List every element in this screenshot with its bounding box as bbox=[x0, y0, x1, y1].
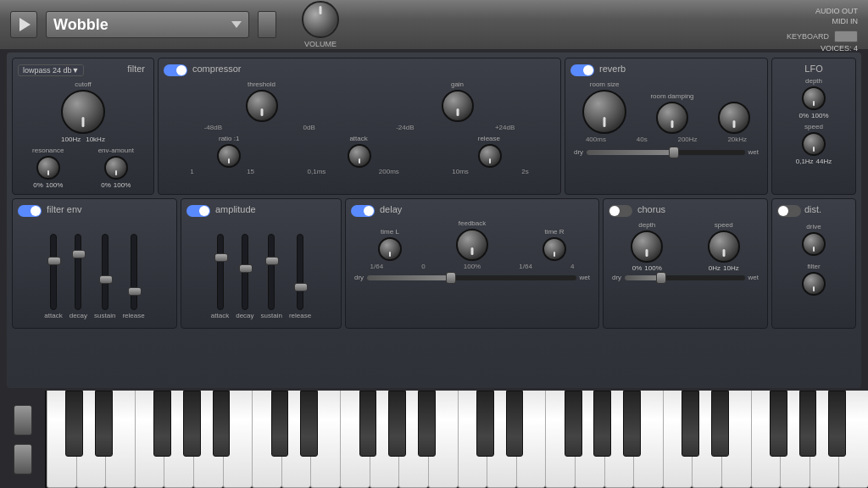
room-damping-knob[interactable] bbox=[656, 102, 688, 134]
chorus-depth-knob[interactable] bbox=[631, 230, 663, 263]
piano-control-btn-1[interactable] bbox=[14, 405, 32, 435]
filter-env-release-thumb[interactable] bbox=[128, 287, 142, 296]
cutoff-knob[interactable] bbox=[61, 90, 105, 134]
black-key-0[interactable] bbox=[65, 391, 83, 457]
chorus-toggle[interactable] bbox=[609, 205, 632, 217]
black-key-17[interactable] bbox=[770, 391, 787, 457]
black-key-5[interactable] bbox=[271, 391, 289, 457]
dist-drive-knob[interactable] bbox=[802, 232, 826, 256]
delay-slider-thumb[interactable] bbox=[446, 272, 456, 284]
black-key-13[interactable] bbox=[593, 391, 611, 457]
amp-attack-thumb[interactable] bbox=[214, 253, 228, 262]
volume-knob[interactable] bbox=[302, 1, 339, 38]
black-key-10[interactable] bbox=[476, 391, 494, 457]
compressor-title: compressor bbox=[192, 64, 241, 74]
ratio-knob[interactable] bbox=[217, 144, 241, 168]
filter-env-decay-thumb[interactable] bbox=[72, 250, 86, 258]
piano-control-btn-2[interactable] bbox=[14, 444, 32, 474]
compressor-toggle[interactable] bbox=[164, 64, 187, 76]
black-key-19[interactable] bbox=[828, 391, 846, 457]
resonance-knob[interactable] bbox=[36, 156, 60, 180]
comp-knobs-row: threshold gain bbox=[164, 80, 555, 122]
filter-env-decay-track[interactable] bbox=[75, 234, 81, 310]
lfo-depth-high: 100% bbox=[811, 112, 828, 119]
delay-feedback-knob[interactable] bbox=[456, 229, 488, 261]
amp-sustain-track[interactable] bbox=[268, 234, 275, 310]
chorus-speed-high: 10Hz bbox=[723, 264, 739, 272]
black-key-7[interactable] bbox=[359, 391, 377, 457]
reverb-knob3[interactable] bbox=[718, 102, 750, 134]
keyboard-toggle[interactable] bbox=[834, 30, 858, 42]
amp-release-thumb[interactable] bbox=[294, 283, 308, 291]
chorus-slider-thumb[interactable] bbox=[656, 272, 666, 284]
amplitude-toggle[interactable] bbox=[186, 205, 210, 217]
delay-timer-knob[interactable] bbox=[542, 237, 566, 261]
chorus-speed-knob[interactable] bbox=[708, 230, 740, 263]
lfo-depth-knob[interactable] bbox=[802, 86, 826, 110]
delay-panel: delay time L feedback time R 1/64 0 bbox=[345, 198, 599, 329]
black-key-8[interactable] bbox=[388, 391, 406, 457]
black-key-1[interactable] bbox=[95, 391, 113, 457]
dist-toggle[interactable] bbox=[777, 205, 801, 217]
cutoff-low-group: cutoff bbox=[61, 80, 105, 134]
lfo-speed-group: speed 0,1Hz 44Hz bbox=[796, 123, 832, 165]
delay-timer-high: 4 bbox=[570, 263, 574, 270]
filter-env-toggle[interactable] bbox=[18, 205, 42, 217]
black-key-11[interactable] bbox=[506, 391, 524, 457]
filter-env-panel: filter env attack decay bbox=[12, 198, 177, 329]
chorus-depth-group: depth 0% 100% bbox=[631, 221, 663, 272]
amp-release-track[interactable] bbox=[297, 234, 303, 310]
black-key-2[interactable] bbox=[153, 391, 171, 457]
filter-env-attack-track[interactable] bbox=[50, 234, 57, 310]
black-key-15[interactable] bbox=[682, 391, 699, 457]
black-key-3[interactable] bbox=[183, 391, 201, 457]
filter-env-release-track[interactable] bbox=[131, 234, 137, 310]
midi-in-label: MIDI IN bbox=[832, 17, 859, 25]
gain-knob[interactable] bbox=[442, 90, 474, 122]
gain-high: +24dB bbox=[495, 124, 515, 131]
reverb-val4: 20kHz bbox=[727, 136, 747, 143]
filter-title: filter bbox=[87, 64, 145, 74]
delay-toggle[interactable] bbox=[351, 205, 375, 217]
black-key-9[interactable] bbox=[418, 391, 436, 457]
attack-label: attack bbox=[349, 135, 367, 142]
env-amount-knob[interactable] bbox=[104, 156, 128, 180]
black-key-14[interactable] bbox=[623, 391, 641, 457]
play-button[interactable] bbox=[10, 11, 37, 38]
delay-timel-knob[interactable] bbox=[378, 237, 402, 261]
volume-area: VOLUME bbox=[302, 1, 339, 48]
delay-slider-track[interactable] bbox=[367, 275, 576, 280]
lfo-knobs: depth 0% 100% speed 0,1Hz 44Hz bbox=[777, 77, 850, 165]
black-key-16[interactable] bbox=[711, 391, 729, 457]
dist-drive-label: drive bbox=[806, 223, 821, 230]
black-key-6[interactable] bbox=[300, 391, 318, 457]
filter-env-attack-thumb[interactable] bbox=[47, 257, 61, 265]
filter-env-sustain-track[interactable] bbox=[102, 234, 108, 310]
reverb-slider-track[interactable] bbox=[587, 150, 744, 155]
piano-keys-wrapper bbox=[47, 391, 868, 488]
amp-decay-track[interactable] bbox=[242, 234, 248, 310]
chorus-slider-track[interactable] bbox=[625, 275, 744, 280]
piano-left-controls bbox=[0, 391, 47, 488]
reverb-slider-thumb[interactable] bbox=[669, 147, 679, 158]
amp-decay-thumb[interactable] bbox=[239, 264, 253, 273]
release-knob[interactable] bbox=[478, 144, 502, 168]
thresh-high: -24dB bbox=[396, 124, 414, 131]
attack-knob[interactable] bbox=[348, 144, 371, 168]
black-key-18[interactable] bbox=[799, 391, 817, 457]
threshold-knob[interactable] bbox=[246, 90, 278, 122]
reverb-toggle[interactable] bbox=[570, 64, 594, 76]
black-key-4[interactable] bbox=[213, 391, 231, 457]
filter-mode-button[interactable]: lowpass 24 db▼ bbox=[18, 64, 84, 76]
amp-attack-track[interactable] bbox=[217, 234, 224, 310]
filter-env-sustain-thumb[interactable] bbox=[99, 275, 113, 284]
preset-selector[interactable]: Wobble bbox=[46, 11, 249, 38]
preset-prev-button[interactable] bbox=[258, 11, 276, 38]
dist-filter-knob[interactable] bbox=[802, 272, 826, 296]
lfo-speed-knob[interactable] bbox=[802, 132, 826, 156]
amp-sustain-thumb[interactable] bbox=[265, 257, 279, 265]
release-group bbox=[478, 144, 502, 168]
black-key-12[interactable] bbox=[565, 391, 582, 457]
delay-fb-low: 0 bbox=[421, 263, 425, 270]
room-size-knob[interactable] bbox=[582, 90, 626, 134]
